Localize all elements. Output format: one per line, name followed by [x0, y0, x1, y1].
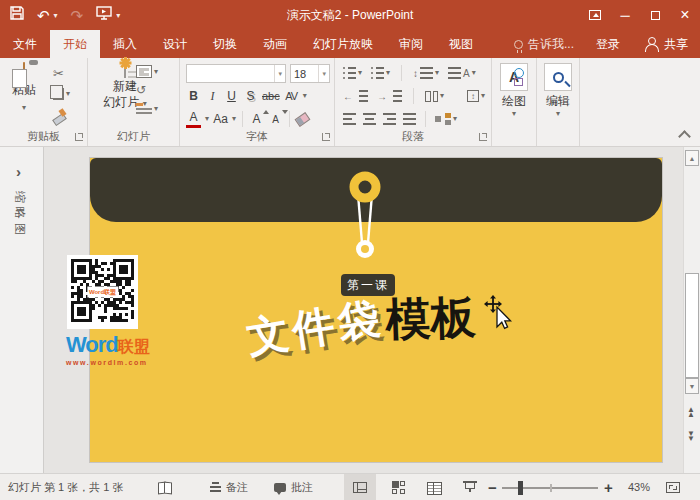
fit-to-window-icon[interactable]	[666, 474, 680, 500]
italic-button[interactable]: I	[205, 87, 220, 105]
underline-button[interactable]: U	[224, 87, 239, 105]
format-painter-icon[interactable]	[50, 107, 67, 122]
slideshow-view-button[interactable]	[454, 474, 486, 500]
decrease-indent-button[interactable]: ←	[343, 90, 368, 102]
font-name-dropdown-icon[interactable]: ▾	[274, 65, 282, 82]
clipboard-dialog-launcher[interactable]	[75, 133, 83, 141]
reading-view-icon	[427, 482, 442, 493]
zoom-level[interactable]: 43%	[628, 474, 650, 500]
thumbnails-label[interactable]: 缩略图	[11, 191, 28, 239]
paragraph-dialog-launcher[interactable]	[479, 133, 487, 141]
share-button[interactable]: 共享	[632, 30, 700, 58]
clear-formatting-icon[interactable]	[295, 112, 311, 127]
close-icon[interactable]: ×	[670, 0, 700, 30]
increase-font-button[interactable]: A	[249, 110, 264, 128]
slide-sorter-button[interactable]	[382, 474, 414, 500]
minimize-icon[interactable]: ─	[610, 0, 640, 30]
increase-indent-button[interactable]: →	[377, 90, 402, 102]
cut-icon[interactable]: ✂	[50, 66, 67, 81]
slides-group: 新建 幻灯片 ▾ ▾ ↺ ▾ 幻灯片	[88, 58, 180, 146]
next-slide-icon[interactable]: ▼▼	[687, 431, 695, 441]
drawing-group: A 绘图 ▾	[492, 58, 537, 146]
text-direction-button[interactable]: A▾	[448, 67, 476, 79]
change-case-button[interactable]: Aa	[213, 110, 228, 128]
section-button[interactable]: ▾	[136, 103, 158, 115]
section-icon	[136, 103, 152, 115]
tell-me-label: 告诉我...	[528, 36, 574, 53]
smartart-convert-button[interactable]: ▾	[435, 113, 457, 125]
layout-icon	[136, 65, 152, 78]
normal-view-button[interactable]	[344, 474, 376, 500]
collapse-ribbon-icon[interactable]	[680, 130, 688, 138]
scroll-up-icon[interactable]: ▲	[685, 150, 699, 166]
tab-transitions[interactable]: 切换	[200, 30, 250, 58]
zoom-slider[interactable]	[502, 487, 598, 489]
decrease-font-button[interactable]: A	[268, 110, 283, 128]
tab-animations[interactable]: 动画	[250, 30, 300, 58]
window-controls: ─ ×	[580, 0, 700, 30]
status-bar: 幻灯片 第 1 张，共 1 张 备注 批注 − + 43%	[0, 473, 700, 500]
spellcheck-icon[interactable]	[158, 474, 172, 500]
previous-slide-icon[interactable]: ▲▲	[687, 407, 695, 417]
vertical-scrollbar[interactable]: ▲ ▼ ▲▲ ▼▼	[683, 147, 700, 473]
expand-pane-icon[interactable]: ›	[16, 163, 21, 180]
comments-button[interactable]: 批注	[274, 474, 313, 500]
comment-icon	[274, 483, 286, 492]
ribbon-display-options-icon[interactable]	[580, 0, 610, 30]
paste-dropdown-icon[interactable]: ▾	[22, 103, 26, 112]
character-spacing-button[interactable]: AV	[284, 87, 299, 105]
align-center-button[interactable]	[363, 113, 376, 125]
editing-button[interactable]: 编辑 ▾	[540, 63, 576, 118]
slide-title-white: 文件袋	[243, 289, 388, 366]
font-size-dropdown-icon[interactable]: ▾	[318, 65, 326, 82]
sign-in-button[interactable]: 登录	[584, 30, 632, 58]
slide-title[interactable]: 文件袋模板	[243, 280, 478, 364]
zoom-in-icon[interactable]: +	[604, 474, 613, 500]
font-color-button[interactable]: A	[186, 110, 201, 128]
tell-me-box[interactable]: 告诉我...	[504, 30, 584, 58]
font-dialog-launcher[interactable]	[322, 133, 330, 141]
columns-button[interactable]: ▾	[425, 91, 444, 102]
font-group-label: 字体	[180, 129, 334, 144]
tab-review[interactable]: 审阅	[386, 30, 436, 58]
copy-button[interactable]: ▾	[50, 88, 70, 100]
scroll-down-icon[interactable]: ▼	[685, 378, 699, 394]
notes-icon	[210, 482, 221, 492]
align-left-button[interactable]	[343, 113, 356, 125]
slide-counter[interactable]: 幻灯片 第 1 张，共 1 张	[8, 474, 124, 500]
zoom-out-icon[interactable]: −	[488, 474, 497, 500]
tab-slideshow[interactable]: 幻灯片放映	[300, 30, 386, 58]
font-size-combo[interactable]: 18 ▾	[290, 64, 330, 83]
align-right-button[interactable]	[383, 113, 396, 125]
align-text-button[interactable]: ↕▾	[467, 90, 485, 102]
strikethrough-button[interactable]: abc	[262, 87, 280, 105]
reading-view-button[interactable]	[418, 474, 450, 500]
maximize-icon[interactable]	[640, 0, 670, 30]
line-spacing-button[interactable]: ↕▾	[413, 67, 439, 79]
paste-button[interactable]: 粘贴 ▾	[4, 63, 44, 113]
drawing-button[interactable]: A 绘图 ▾	[496, 63, 532, 118]
text-shadow-button[interactable]: S	[243, 87, 258, 105]
numbering-button[interactable]: ▾	[371, 67, 390, 79]
justify-button[interactable]	[403, 113, 416, 125]
tab-insert[interactable]: 插入	[100, 30, 150, 58]
tab-view[interactable]: 视图	[436, 30, 486, 58]
zoom-slider-thumb[interactable]	[518, 481, 523, 495]
ribbon-tab-bar: 文件 开始 插入 设计 切换 动画 幻灯片放映 审阅 视图 告诉我... 登录 …	[0, 30, 700, 58]
bullets-button[interactable]: ▾	[343, 67, 362, 79]
person-add-icon	[644, 37, 658, 51]
reset-slide-icon[interactable]: ↺	[136, 84, 158, 97]
font-name-combo[interactable]: ▾	[186, 64, 286, 83]
slideshow-view-icon	[463, 481, 477, 493]
tab-home[interactable]: 开始	[50, 30, 100, 58]
bold-button[interactable]: B	[186, 87, 201, 105]
scrollbar-thumb[interactable]	[685, 273, 699, 378]
slide-layout-button[interactable]: ▾	[136, 65, 158, 78]
spacing-dropdown-icon[interactable]: ▾	[303, 92, 307, 100]
slide-sorter-icon	[392, 481, 405, 494]
envelope-string-graphic	[90, 158, 662, 278]
notes-button[interactable]: 备注	[210, 474, 248, 500]
slide-canvas[interactable]: 第一课 文件袋模板	[90, 158, 662, 462]
tab-design[interactable]: 设计	[150, 30, 200, 58]
tab-file[interactable]: 文件	[0, 30, 50, 58]
